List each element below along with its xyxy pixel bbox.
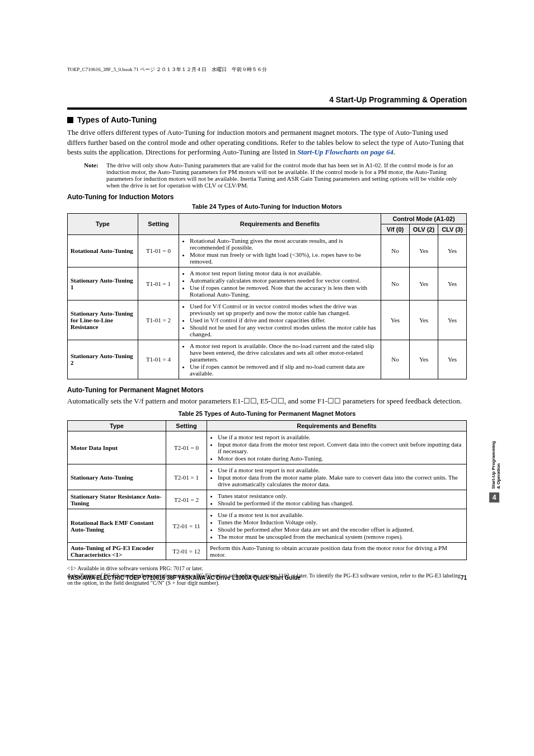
cell-type: Motor Data Input [68, 431, 166, 464]
induction-table: Type Setting Requirements and Benefits C… [67, 213, 467, 379]
cell-olv: Yes [410, 340, 438, 379]
pm-col-requirements: Requirements and Benefits [207, 421, 467, 431]
cell-requirements: Use if a motor test report is available.… [207, 431, 467, 464]
col-vf: V/f (0) [381, 224, 410, 234]
cell-requirements: Used for V/f Control or in vector contro… [179, 300, 381, 340]
types-intro-text: The drive offers different types of Auto… [67, 128, 464, 156]
table25-caption: Table 25 Types of Auto-Tuning for Perman… [67, 410, 467, 417]
types-intro-end: . [394, 148, 395, 156]
cell-type: Stationary Auto-Tuning for Line-to-Line … [68, 300, 138, 340]
table-row: Stationary Auto-Tuning 2T1-01 = 4A motor… [68, 340, 467, 379]
cell-clv: Yes [438, 340, 467, 379]
pm-col-type: Type [68, 421, 166, 431]
cell-requirements: Tunes stator resistance only.Should be p… [207, 490, 467, 509]
cell-type: Stationary Auto-Tuning 2 [68, 340, 138, 379]
cell-setting: T1-01 = 0 [138, 234, 179, 267]
cell-clv: Yes [438, 300, 467, 340]
list-item: Should be performed after Motor data are… [218, 526, 463, 533]
table24-caption: Table 24 Types of Auto-Tuning for Induct… [67, 203, 467, 210]
cell-type: Rotational Back EMF Constant Auto-Tuning [68, 509, 166, 543]
cell-type: Auto-Tuning of PG-E3 Encoder Characteris… [68, 543, 166, 560]
cell-clv: Yes [438, 234, 467, 267]
startup-flowcharts-link[interactable]: Start-Up Flowcharts on page 64 [297, 148, 394, 156]
induction-heading: Auto-Tuning for Induction Motors [67, 193, 467, 201]
cell-setting: T1-01 = 2 [138, 300, 179, 340]
cell-type: Stationary Stator Resistance Auto-Tuning [68, 490, 166, 509]
note-row: Note: The drive will only show Auto-Tuni… [84, 162, 467, 189]
col-type: Type [68, 213, 138, 234]
footer-left-text: YASKAWA ELECTRIC TOEP C710616 38F YASKAW… [67, 575, 301, 581]
cell-setting: T2-01 = 2 [166, 490, 207, 509]
list-item: The motor must be uncoupled from the mec… [218, 533, 463, 540]
page-footer: YASKAWA ELECTRIC TOEP C710616 38F YASKAW… [67, 575, 467, 581]
cell-setting: T2-01 = 12 [166, 543, 207, 560]
list-item: Use if a motor test report is available. [218, 434, 463, 440]
pm-heading: Auto-Tuning for Permanent Magnet Motors [67, 386, 467, 394]
list-item: Rotational Auto-Tuning gives the most ac… [190, 237, 378, 251]
types-subtitle-row: Types of Auto-Tuning [67, 115, 467, 124]
cell-vf: No [381, 340, 410, 379]
cell-requirements: Use if a motor test is not available.Tun… [207, 509, 467, 543]
cell-type: Stationary Auto-Tuning 1 [68, 267, 138, 300]
list-item: Use if a motor test report is not availa… [218, 467, 463, 473]
table-row: Auto-Tuning of PG-E3 Encoder Characteris… [68, 543, 467, 560]
table-row: Rotational Back EMF Constant Auto-Tuning… [68, 509, 467, 543]
note-label: Note: [84, 162, 106, 189]
col-setting: Setting [138, 213, 179, 234]
list-item: Automatically calculates motor parameter… [190, 277, 378, 284]
cell-clv: Yes [438, 267, 467, 300]
list-item: Tunes the Motor Induction Voltage only. [218, 519, 463, 525]
list-item: A motor test report listing motor data i… [190, 270, 378, 276]
cell-type: Stationary Auto-Tuning [68, 464, 166, 490]
types-intro-paragraph: The drive offers different types of Auto… [67, 128, 467, 157]
table-row: Stationary Auto-Tuning 1T1-01 = 1A motor… [68, 267, 467, 300]
cell-type: Rotational Auto-Tuning [68, 234, 138, 267]
col-clv: CLV (3) [438, 224, 467, 234]
cell-setting: T2-01 = 1 [166, 464, 207, 490]
page-number: 71 [461, 575, 467, 581]
pm-table: Type Setting Requirements and Benefits M… [67, 420, 467, 560]
note-text: The drive will only show Auto-Tuning par… [106, 162, 467, 189]
book-header-line: TOEP_C710616_38F_5_0.book 71 ページ ２０１３年１２… [67, 66, 267, 73]
header-rule [67, 107, 467, 110]
list-item: Used for V/f Control or in vector contro… [190, 303, 378, 316]
square-bullet-icon [67, 117, 73, 123]
pm-col-setting: Setting [166, 421, 207, 431]
cell-vf: No [381, 234, 410, 267]
list-item: Use if ropes cannot be removed and if sl… [190, 363, 378, 377]
cell-requirements: Use if a motor test report is not availa… [207, 464, 467, 490]
col-requirements: Requirements and Benefits [179, 213, 381, 234]
cell-requirements: Perform this Auto-Tuning to obtain accur… [207, 543, 467, 560]
list-item: Should not be used for any vector contro… [190, 324, 378, 337]
sidebar-label: Start-Up Programming& Operation [491, 441, 502, 489]
table-row: Stationary Auto-TuningT2-01 = 1Use if a … [68, 464, 467, 490]
cell-requirements: Rotational Auto-Tuning gives the most ac… [179, 234, 381, 267]
col-control-mode: Control Mode (A1-02) [381, 213, 467, 224]
section-header: 4 Start-Up Programming & Operation [67, 95, 467, 107]
table-row: Stationary Stator Resistance Auto-Tuning… [68, 490, 467, 509]
pm-intro: Automatically sets the V/f pattern and m… [67, 396, 467, 406]
cell-olv: Yes [410, 300, 438, 340]
list-item: A motor test report is available. Once t… [190, 342, 378, 363]
cell-olv: Yes [410, 234, 438, 267]
cell-setting: T2-01 = 11 [166, 509, 207, 543]
table-row: Motor Data InputT2-01 = 0Use if a motor … [68, 431, 467, 464]
table-row: Stationary Auto-Tuning for Line-to-Line … [68, 300, 467, 340]
types-title: Types of Auto-Tuning [77, 115, 157, 124]
footer-left: YASKAWA ELECTRIC TOEP C710616 38F YASKAW… [67, 575, 301, 581]
chapter-tab: 4 [489, 492, 499, 503]
col-olv: OLV (2) [410, 224, 438, 234]
list-item: Motor must run freely or with light load… [190, 251, 378, 265]
cell-setting: T1-01 = 4 [138, 340, 179, 379]
list-item: Tunes stator resistance only. [218, 492, 463, 499]
list-item: Input motor data from the motor test rep… [218, 441, 463, 454]
list-item: Use if a motor test is not available. [218, 511, 463, 518]
list-item: Motor does not rotate during Auto-Tuning… [218, 455, 463, 462]
cell-requirements: A motor test report listing motor data i… [179, 267, 381, 300]
cell-vf: No [381, 267, 410, 300]
table-row: Rotational Auto-TuningT1-01 = 0Rotationa… [68, 234, 467, 267]
cell-vf: Yes [381, 300, 410, 340]
list-item: Should be performed if the motor cabling… [218, 500, 463, 506]
cell-setting: T2-01 = 0 [166, 431, 207, 464]
list-item: Use if ropes cannot be removed. Note tha… [190, 284, 378, 298]
